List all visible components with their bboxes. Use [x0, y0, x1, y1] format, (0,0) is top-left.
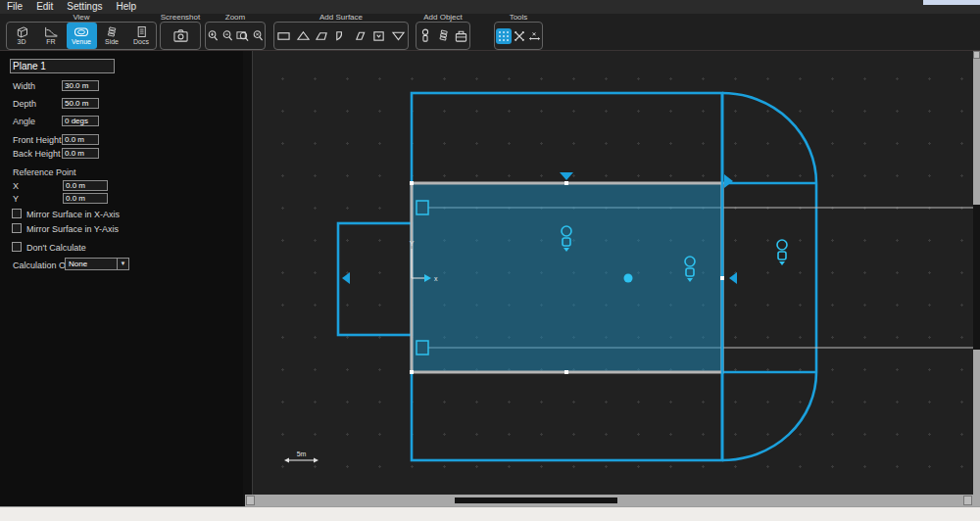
window-chrome-edge	[923, 0, 980, 5]
venue-plan-canvas[interactable]: Y x 5m	[253, 51, 973, 495]
menu-bar: File Edit Settings Help	[0, 0, 980, 14]
add-array-button[interactable]	[435, 25, 451, 47]
view-3d-button[interactable]: 3D	[8, 23, 36, 49]
point-source-speaker-icon	[419, 28, 431, 43]
width-label: Width	[13, 81, 35, 91]
group-caption-add-surface: Add Surface	[273, 14, 409, 21]
add-parallelogram-surface-button[interactable]	[351, 25, 368, 47]
zoom-reset-icon	[252, 29, 264, 42]
cube-3d-icon	[15, 25, 29, 38]
add-trapezoid-surface-button[interactable]	[314, 25, 331, 47]
trapezoid-surface-icon	[315, 29, 329, 42]
speaker-object-3[interactable]	[777, 240, 787, 265]
zoom-region-button[interactable]	[235, 25, 250, 47]
zoom-reset-button[interactable]	[251, 25, 265, 47]
view-fr-label: FR	[46, 38, 55, 46]
add-rect-surface-button[interactable]	[275, 25, 293, 47]
panel-bottom-filler	[0, 495, 243, 506]
view-side-button[interactable]: Side	[98, 23, 126, 49]
group-caption-tools: Tools	[494, 14, 543, 21]
mirror-x-checkbox[interactable]	[12, 209, 22, 218]
add-triangle-surface-button[interactable]	[294, 25, 312, 47]
add-vertical-surface-button[interactable]	[370, 25, 388, 47]
handle-top-left	[410, 181, 414, 185]
triangle-surface-icon	[296, 29, 311, 42]
ref-x-input[interactable]	[63, 180, 108, 191]
panel-divider[interactable]	[243, 51, 253, 506]
angle-label: Angle	[13, 117, 35, 126]
frequency-response-icon	[44, 25, 59, 38]
flown-case-icon	[454, 28, 468, 43]
vertical-scrollbar[interactable]	[973, 51, 980, 495]
view-venue-button[interactable]: Venue	[67, 23, 97, 49]
measure-tool-button[interactable]	[527, 28, 541, 44]
curved-surface-icon	[333, 29, 348, 42]
zoom-region-icon	[236, 29, 249, 42]
menu-edit[interactable]: Edit	[29, 0, 60, 14]
front-height-input[interactable]	[62, 134, 99, 145]
cross-points-icon	[514, 30, 525, 42]
marker-stage-left-triangle	[342, 272, 350, 284]
horizontal-scrollbar[interactable]	[245, 495, 973, 506]
scale-arrow-right	[314, 458, 318, 463]
depth-input[interactable]	[62, 98, 99, 109]
add-curved-surface-button[interactable]	[332, 25, 350, 47]
view-side-label: Side	[105, 38, 119, 46]
scrollbar-corner	[973, 495, 980, 506]
zoom-out-button[interactable]	[220, 25, 234, 47]
screenshot-button[interactable]	[168, 24, 193, 48]
surface-name-input[interactable]	[10, 59, 115, 73]
horizontal-scroll-thumb[interactable]	[455, 497, 617, 503]
measure-arrow-icon	[528, 30, 541, 42]
toolbar-group-screenshot: Screenshot	[160, 14, 201, 50]
handle-top-mid	[564, 181, 568, 185]
ref-y-label: Y	[13, 194, 19, 204]
scale-label: 5m	[297, 450, 307, 457]
back-height-label: Back Height	[13, 149, 61, 159]
handle-bottom-left	[410, 370, 414, 374]
vertical-scroll-thumb[interactable]	[973, 205, 980, 350]
axis-x-label: x	[434, 275, 438, 282]
grid-icon	[498, 30, 510, 42]
dont-calculate-checkbox[interactable]	[12, 242, 22, 252]
toolbar: View 3D FR Ve	[0, 14, 980, 51]
scroll-right-button[interactable]	[963, 496, 972, 505]
scroll-up-button[interactable]	[973, 51, 980, 59]
mirror-y-checkbox[interactable]	[12, 223, 22, 233]
zoom-out-icon	[221, 29, 233, 42]
angle-input[interactable]	[62, 116, 99, 126]
round-end-top-arc	[722, 93, 816, 183]
view-3d-label: 3D	[18, 38, 26, 46]
rect-with-arrow-surface-icon	[371, 29, 386, 42]
menu-file[interactable]: File	[0, 0, 29, 14]
toolbar-group-tools: Tools	[494, 14, 543, 50]
handle-right-mid	[720, 276, 724, 280]
group-caption-zoom: Zoom	[205, 14, 266, 21]
group-caption-view: View	[6, 14, 157, 21]
back-height-input[interactable]	[62, 148, 99, 159]
grid-tool-button[interactable]	[496, 28, 512, 44]
ref-y-input[interactable]	[63, 193, 108, 204]
distribute-tool-button[interactable]	[513, 28, 526, 44]
add-point-source-button[interactable]	[417, 25, 433, 47]
add-flown-array-button[interactable]	[453, 25, 468, 47]
handle-bottom-mid	[564, 370, 568, 374]
selected-plane-surface[interactable]	[412, 183, 722, 372]
mirror-x-label: Mirror Surface in X-Axis	[26, 210, 120, 219]
view-docs-button[interactable]: Docs	[127, 23, 156, 49]
width-input[interactable]	[62, 80, 99, 91]
inverted-triangle-surface-icon	[391, 29, 406, 42]
zoom-in-button[interactable]	[206, 25, 220, 47]
parallelogram-surface-icon	[353, 29, 368, 42]
listener-point[interactable]	[624, 274, 633, 283]
zoom-in-icon	[207, 29, 219, 42]
camera-icon	[172, 28, 189, 43]
add-inverted-triangle-surface-button[interactable]	[389, 25, 407, 47]
calculation-offset-dropdown[interactable]: None ▼	[65, 258, 129, 270]
menu-settings[interactable]: Settings	[60, 0, 109, 14]
view-fr-button[interactable]: FR	[37, 23, 66, 49]
rectangle-surface-icon	[276, 29, 291, 42]
scroll-left-button[interactable]	[246, 496, 255, 505]
calculation-offset-value: None	[69, 260, 87, 268]
menu-help[interactable]: Help	[110, 0, 144, 14]
